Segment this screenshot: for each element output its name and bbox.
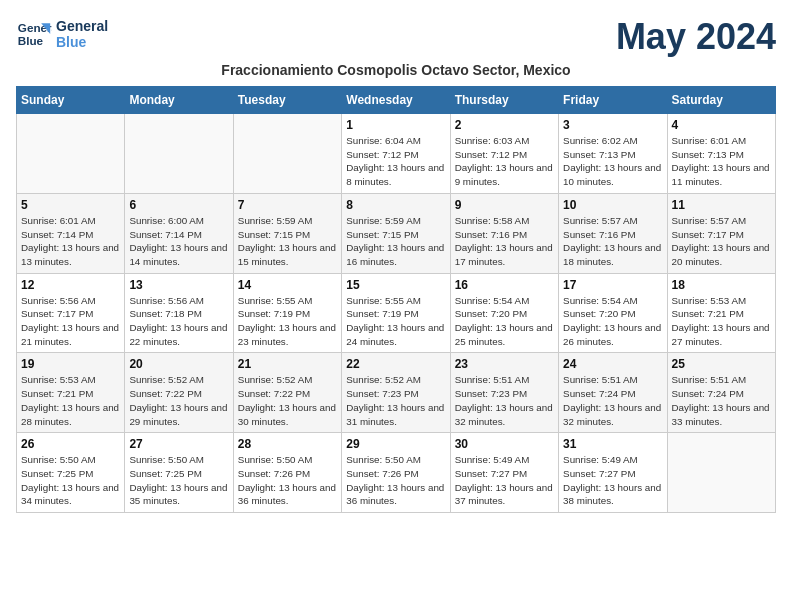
- day-info: Sunrise: 5:52 AM Sunset: 7:22 PM Dayligh…: [238, 373, 337, 428]
- day-info: Sunrise: 6:03 AM Sunset: 7:12 PM Dayligh…: [455, 134, 554, 189]
- day-info: Sunrise: 5:59 AM Sunset: 7:15 PM Dayligh…: [238, 214, 337, 269]
- day-header-monday: Monday: [125, 87, 233, 114]
- calendar-cell: 4Sunrise: 6:01 AM Sunset: 7:13 PM Daylig…: [667, 114, 775, 194]
- day-number: 9: [455, 198, 554, 212]
- page-header: General Blue General Blue May 2024: [16, 16, 776, 58]
- day-number: 2: [455, 118, 554, 132]
- calendar-cell: 25Sunrise: 5:51 AM Sunset: 7:24 PM Dayli…: [667, 353, 775, 433]
- calendar-cell: 1Sunrise: 6:04 AM Sunset: 7:12 PM Daylig…: [342, 114, 450, 194]
- calendar-cell: 30Sunrise: 5:49 AM Sunset: 7:27 PM Dayli…: [450, 433, 558, 513]
- calendar-cell: [17, 114, 125, 194]
- day-info: Sunrise: 5:51 AM Sunset: 7:24 PM Dayligh…: [672, 373, 771, 428]
- calendar-cell: 13Sunrise: 5:56 AM Sunset: 7:18 PM Dayli…: [125, 273, 233, 353]
- calendar-cell: 28Sunrise: 5:50 AM Sunset: 7:26 PM Dayli…: [233, 433, 341, 513]
- day-number: 1: [346, 118, 445, 132]
- day-header-wednesday: Wednesday: [342, 87, 450, 114]
- day-number: 14: [238, 278, 337, 292]
- calendar-cell: 10Sunrise: 5:57 AM Sunset: 7:16 PM Dayli…: [559, 193, 667, 273]
- calendar-cell: 6Sunrise: 6:00 AM Sunset: 7:14 PM Daylig…: [125, 193, 233, 273]
- calendar-cell: [125, 114, 233, 194]
- day-header-thursday: Thursday: [450, 87, 558, 114]
- day-number: 28: [238, 437, 337, 451]
- day-number: 11: [672, 198, 771, 212]
- day-header-saturday: Saturday: [667, 87, 775, 114]
- day-number: 6: [129, 198, 228, 212]
- day-info: Sunrise: 5:54 AM Sunset: 7:20 PM Dayligh…: [455, 294, 554, 349]
- logo-text: General: [56, 18, 108, 34]
- day-number: 20: [129, 357, 228, 371]
- day-info: Sunrise: 5:55 AM Sunset: 7:19 PM Dayligh…: [346, 294, 445, 349]
- month-title: May 2024: [616, 16, 776, 58]
- day-number: 21: [238, 357, 337, 371]
- calendar-cell: 9Sunrise: 5:58 AM Sunset: 7:16 PM Daylig…: [450, 193, 558, 273]
- calendar-cell: 16Sunrise: 5:54 AM Sunset: 7:20 PM Dayli…: [450, 273, 558, 353]
- calendar-cell: 26Sunrise: 5:50 AM Sunset: 7:25 PM Dayli…: [17, 433, 125, 513]
- day-info: Sunrise: 5:52 AM Sunset: 7:23 PM Dayligh…: [346, 373, 445, 428]
- calendar-cell: 2Sunrise: 6:03 AM Sunset: 7:12 PM Daylig…: [450, 114, 558, 194]
- calendar-header-row: SundayMondayTuesdayWednesdayThursdayFrid…: [17, 87, 776, 114]
- day-info: Sunrise: 6:01 AM Sunset: 7:14 PM Dayligh…: [21, 214, 120, 269]
- day-number: 25: [672, 357, 771, 371]
- calendar-cell: 18Sunrise: 5:53 AM Sunset: 7:21 PM Dayli…: [667, 273, 775, 353]
- day-info: Sunrise: 5:58 AM Sunset: 7:16 PM Dayligh…: [455, 214, 554, 269]
- calendar-cell: 21Sunrise: 5:52 AM Sunset: 7:22 PM Dayli…: [233, 353, 341, 433]
- calendar-cell: [667, 433, 775, 513]
- day-header-sunday: Sunday: [17, 87, 125, 114]
- logo-icon: General Blue: [16, 16, 52, 52]
- day-header-friday: Friday: [559, 87, 667, 114]
- day-info: Sunrise: 5:57 AM Sunset: 7:17 PM Dayligh…: [672, 214, 771, 269]
- calendar-cell: 19Sunrise: 5:53 AM Sunset: 7:21 PM Dayli…: [17, 353, 125, 433]
- calendar-cell: 11Sunrise: 5:57 AM Sunset: 7:17 PM Dayli…: [667, 193, 775, 273]
- day-number: 8: [346, 198, 445, 212]
- calendar-cell: 29Sunrise: 5:50 AM Sunset: 7:26 PM Dayli…: [342, 433, 450, 513]
- day-number: 12: [21, 278, 120, 292]
- day-number: 26: [21, 437, 120, 451]
- day-number: 7: [238, 198, 337, 212]
- day-info: Sunrise: 6:04 AM Sunset: 7:12 PM Dayligh…: [346, 134, 445, 189]
- day-number: 29: [346, 437, 445, 451]
- calendar-cell: 31Sunrise: 5:49 AM Sunset: 7:27 PM Dayli…: [559, 433, 667, 513]
- day-number: 31: [563, 437, 662, 451]
- day-info: Sunrise: 5:51 AM Sunset: 7:24 PM Dayligh…: [563, 373, 662, 428]
- day-info: Sunrise: 5:56 AM Sunset: 7:17 PM Dayligh…: [21, 294, 120, 349]
- page-subtitle: Fraccionamiento Cosmopolis Octavo Sector…: [16, 62, 776, 78]
- day-info: Sunrise: 5:53 AM Sunset: 7:21 PM Dayligh…: [672, 294, 771, 349]
- day-info: Sunrise: 5:59 AM Sunset: 7:15 PM Dayligh…: [346, 214, 445, 269]
- day-number: 17: [563, 278, 662, 292]
- calendar-week-row: 5Sunrise: 6:01 AM Sunset: 7:14 PM Daylig…: [17, 193, 776, 273]
- day-number: 22: [346, 357, 445, 371]
- calendar-cell: 12Sunrise: 5:56 AM Sunset: 7:17 PM Dayli…: [17, 273, 125, 353]
- day-number: 19: [21, 357, 120, 371]
- calendar-cell: 15Sunrise: 5:55 AM Sunset: 7:19 PM Dayli…: [342, 273, 450, 353]
- calendar-cell: 22Sunrise: 5:52 AM Sunset: 7:23 PM Dayli…: [342, 353, 450, 433]
- day-number: 30: [455, 437, 554, 451]
- day-number: 10: [563, 198, 662, 212]
- day-info: Sunrise: 5:52 AM Sunset: 7:22 PM Dayligh…: [129, 373, 228, 428]
- day-info: Sunrise: 5:57 AM Sunset: 7:16 PM Dayligh…: [563, 214, 662, 269]
- calendar-cell: [233, 114, 341, 194]
- logo-text2: Blue: [56, 34, 108, 50]
- calendar-cell: 3Sunrise: 6:02 AM Sunset: 7:13 PM Daylig…: [559, 114, 667, 194]
- day-info: Sunrise: 6:02 AM Sunset: 7:13 PM Dayligh…: [563, 134, 662, 189]
- calendar-cell: 23Sunrise: 5:51 AM Sunset: 7:23 PM Dayli…: [450, 353, 558, 433]
- calendar-cell: 7Sunrise: 5:59 AM Sunset: 7:15 PM Daylig…: [233, 193, 341, 273]
- day-number: 16: [455, 278, 554, 292]
- day-number: 27: [129, 437, 228, 451]
- calendar-cell: 17Sunrise: 5:54 AM Sunset: 7:20 PM Dayli…: [559, 273, 667, 353]
- day-info: Sunrise: 5:50 AM Sunset: 7:25 PM Dayligh…: [21, 453, 120, 508]
- calendar-week-row: 26Sunrise: 5:50 AM Sunset: 7:25 PM Dayli…: [17, 433, 776, 513]
- day-number: 15: [346, 278, 445, 292]
- day-number: 24: [563, 357, 662, 371]
- calendar-cell: 8Sunrise: 5:59 AM Sunset: 7:15 PM Daylig…: [342, 193, 450, 273]
- day-info: Sunrise: 5:54 AM Sunset: 7:20 PM Dayligh…: [563, 294, 662, 349]
- logo: General Blue General Blue: [16, 16, 108, 52]
- day-number: 18: [672, 278, 771, 292]
- calendar-table: SundayMondayTuesdayWednesdayThursdayFrid…: [16, 86, 776, 513]
- day-info: Sunrise: 5:50 AM Sunset: 7:26 PM Dayligh…: [346, 453, 445, 508]
- day-info: Sunrise: 6:00 AM Sunset: 7:14 PM Dayligh…: [129, 214, 228, 269]
- day-number: 4: [672, 118, 771, 132]
- calendar-cell: 5Sunrise: 6:01 AM Sunset: 7:14 PM Daylig…: [17, 193, 125, 273]
- day-number: 13: [129, 278, 228, 292]
- day-info: Sunrise: 6:01 AM Sunset: 7:13 PM Dayligh…: [672, 134, 771, 189]
- day-info: Sunrise: 5:53 AM Sunset: 7:21 PM Dayligh…: [21, 373, 120, 428]
